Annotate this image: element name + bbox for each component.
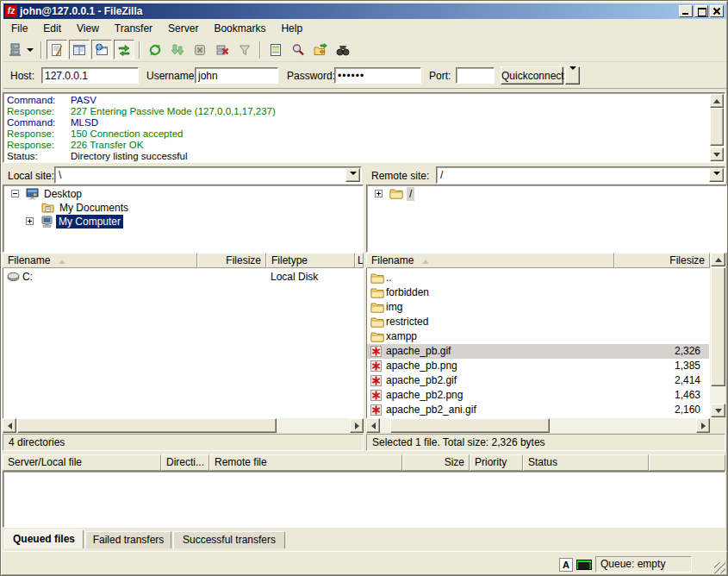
file-size: 1,463: [675, 388, 700, 403]
disconnect-button[interactable]: [212, 40, 233, 59]
local-column-lastmodified[interactable]: L: [355, 253, 364, 268]
host-input[interactable]: [41, 67, 139, 84]
collapse-icon[interactable]: [11, 190, 19, 197]
scroll-thumb[interactable]: [711, 267, 725, 386]
file-row[interactable]: forbidden: [367, 285, 709, 300]
column-label: Size: [445, 456, 464, 468]
quickconnect-button[interactable]: Quickconnect: [501, 66, 563, 85]
tab-queued-files[interactable]: Queued files: [4, 529, 84, 548]
file-row[interactable]: xampp: [367, 329, 709, 344]
expand-icon[interactable]: [375, 190, 383, 197]
file-type: Local Disk: [271, 270, 318, 285]
menu-transfer[interactable]: Transfer: [107, 21, 160, 36]
scroll-left-button[interactable]: [3, 418, 16, 433]
queue-column-serverlocal[interactable]: Server/Local file: [3, 454, 161, 471]
password-input[interactable]: [334, 67, 421, 84]
menu-view[interactable]: View: [69, 21, 107, 36]
file-name: apache_pb.png: [386, 359, 457, 373]
tab-failed-transfers[interactable]: Failed transfers: [85, 531, 171, 548]
expand-icon[interactable]: [26, 217, 34, 225]
scroll-down-button[interactable]: [711, 404, 725, 417]
directory-comparison-button[interactable]: [265, 40, 286, 59]
local-site-dropdown-button[interactable]: [345, 168, 360, 182]
toggle-queue-button[interactable]: [114, 40, 134, 59]
scroll-left-button[interactable]: [366, 418, 380, 433]
quickconnect-dropdown-button[interactable]: [565, 66, 580, 85]
file-row-selected[interactable]: apache_pb.gif 2,326: [367, 344, 709, 359]
scroll-down-button[interactable]: [710, 147, 724, 161]
queue-column-remotefile[interactable]: Remote file: [209, 454, 402, 471]
scroll-right-button[interactable]: [350, 418, 364, 433]
scroll-thumb[interactable]: [390, 418, 550, 433]
tree-item-my-computer[interactable]: My Computer: [3, 215, 363, 229]
search-button[interactable]: [333, 40, 353, 59]
port-input[interactable]: [456, 67, 495, 84]
transfer-type-indicator[interactable]: A: [559, 558, 573, 572]
remote-site-combo[interactable]: /: [436, 166, 725, 184]
queue-column-direction[interactable]: Directi...: [161, 454, 209, 471]
speed-limit-indicator[interactable]: [576, 560, 592, 570]
tree-item-my-documents[interactable]: My Documents: [3, 201, 363, 215]
file-row-local-drive[interactable]: C: Local Disk: [3, 270, 363, 285]
refresh-button[interactable]: [145, 40, 165, 59]
file-row[interactable]: img: [367, 300, 709, 315]
scroll-thumb[interactable]: [710, 108, 724, 146]
log-label: Status:: [7, 151, 71, 162]
panel-splitter[interactable]: [364, 165, 366, 451]
file-row[interactable]: ..: [367, 271, 709, 285]
menu-file[interactable]: File: [3, 21, 35, 36]
close-button[interactable]: [710, 5, 724, 17]
toggle-remote-tree-button[interactable]: [91, 40, 112, 59]
local-column-filename[interactable]: Filename: [3, 253, 197, 268]
tree-item-desktop[interactable]: Desktop: [3, 187, 363, 201]
menu-bar: File Edit View Transfer Server Bookmarks…: [3, 20, 726, 37]
queue-column-priority[interactable]: Priority: [470, 454, 523, 471]
local-site-combo[interactable]: \: [54, 166, 362, 184]
file-row[interactable]: restricted: [367, 315, 709, 329]
message-log-icon: [50, 43, 64, 57]
file-row[interactable]: apache_pb2.gif 2,414: [367, 373, 709, 388]
transfer-queue-icon: [117, 43, 131, 57]
local-file-list: C: Local Disk: [3, 268, 364, 418]
file-row[interactable]: apache_pb.png 1,385: [367, 359, 709, 373]
toggle-message-log-button[interactable]: [47, 40, 67, 59]
menu-help[interactable]: Help: [273, 21, 310, 36]
file-row[interactable]: apache_pb2_ani.gif 2,160: [367, 403, 709, 417]
minimize-button[interactable]: [679, 5, 693, 17]
tree-item-root[interactable]: /: [367, 187, 726, 201]
remote-file-list: .. forbidden img restricted xampp apache…: [366, 268, 710, 418]
menu-edit[interactable]: Edit: [35, 21, 69, 36]
site-manager-dropdown-button[interactable]: [24, 40, 36, 59]
scroll-right-button[interactable]: [696, 418, 710, 433]
transfer-queue-list[interactable]: [3, 471, 725, 528]
maximize-button[interactable]: [694, 5, 708, 17]
resize-grip[interactable]: [714, 562, 725, 573]
directory-filter-button[interactable]: [234, 40, 255, 59]
cancel-button[interactable]: [190, 40, 210, 59]
menu-server[interactable]: Server: [160, 21, 206, 36]
local-column-filetype[interactable]: Filetype: [266, 253, 355, 268]
local-column-filesize[interactable]: Filesize: [197, 253, 266, 268]
username-input[interactable]: [195, 67, 278, 84]
process-queue-button[interactable]: [167, 40, 188, 59]
remote-column-filename[interactable]: Filename: [366, 253, 614, 268]
queue-column-size[interactable]: Size: [402, 454, 470, 471]
view-hidden-files-button[interactable]: [288, 40, 308, 59]
file-row[interactable]: apache_pb2.png 1,463: [367, 388, 709, 403]
menu-bookmarks[interactable]: Bookmarks: [206, 21, 273, 36]
remote-column-filesize[interactable]: Filesize: [614, 253, 710, 268]
site-manager-button[interactable]: [4, 40, 25, 59]
scroll-up-button[interactable]: [711, 253, 725, 266]
filezilla-window: fz john@127.0.0.1 - FileZilla File Edit …: [0, 0, 728, 576]
synchronized-browsing-button[interactable]: [310, 40, 331, 59]
column-label: Directi...: [166, 456, 204, 468]
title-bar[interactable]: fz john@127.0.0.1 - FileZilla: [3, 3, 726, 19]
tab-successful-transfers[interactable]: Successful transfers: [173, 531, 285, 548]
toggle-local-tree-button[interactable]: [69, 40, 90, 59]
desktop-icon: [26, 188, 39, 200]
queue-column-status[interactable]: Status: [523, 454, 649, 471]
scroll-thumb[interactable]: [17, 418, 277, 433]
column-label: Filename: [371, 254, 414, 266]
remote-site-dropdown-button[interactable]: [709, 168, 724, 182]
scroll-up-button[interactable]: [710, 94, 724, 108]
